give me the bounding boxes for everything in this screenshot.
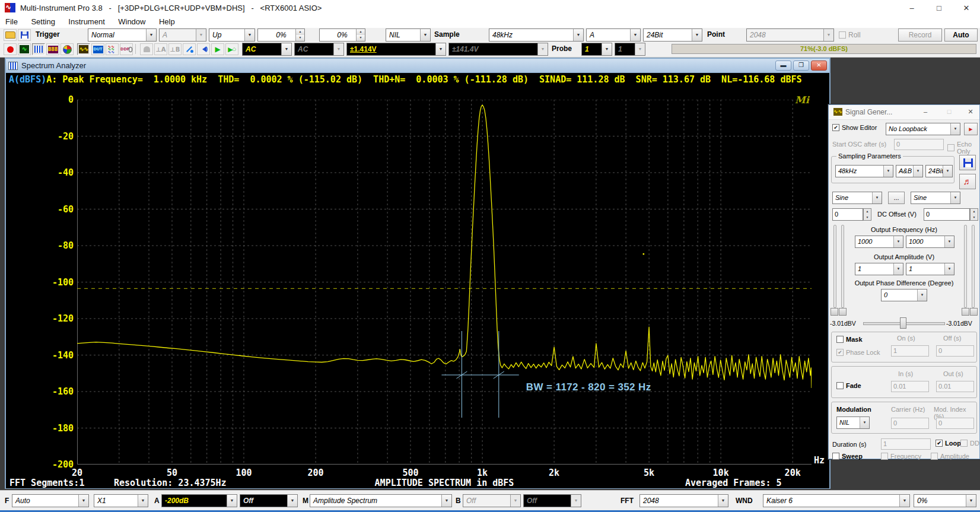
spinner-arrows-icon[interactable]: ▲▼ [295, 29, 304, 41]
auto-button[interactable]: Auto [944, 28, 978, 42]
frequency-a-select[interactable]: 1000▼ [855, 236, 903, 248]
spectrogram-icon[interactable] [61, 43, 74, 55]
close-button[interactable]: ✕ [953, 0, 980, 16]
waveform-b-select[interactable]: Sine▼ [911, 192, 960, 204]
menu-setting[interactable]: Setting [26, 16, 60, 27]
minimize-button[interactable]: – [898, 0, 925, 16]
amp-slider-b-handle[interactable] [970, 308, 978, 316]
spectrum-restore-button[interactable]: ❐ [793, 61, 809, 71]
siggen-minimize-button[interactable]: – [917, 105, 934, 119]
input-level-meter: 71%(-3.0 dBFS) [672, 44, 976, 54]
siggen-channels-select[interactable]: A&B▼ [896, 165, 923, 177]
menu-window[interactable]: Window [113, 16, 151, 27]
spectrum-analyzer-icon[interactable] [32, 43, 45, 55]
coupling-a-select[interactable]: AC▼ [242, 43, 292, 56]
trigger-edge-select[interactable]: Up▼ [209, 28, 255, 42]
hpf-select[interactable]: NIL▼ [386, 28, 431, 42]
bit-depth-select[interactable]: 24Bit▼ [643, 28, 702, 42]
multimeter-icon[interactable]: 888 [46, 43, 59, 55]
fft-size-select[interactable]: 2048▼ [639, 494, 728, 507]
siggen-rate-select[interactable]: 48kHz▼ [835, 165, 893, 177]
sound-output-icon[interactable]: ) [197, 43, 210, 55]
siggen-bits-select[interactable]: 24Bit▼ [925, 165, 953, 177]
freq-slider-b-track[interactable] [841, 225, 844, 308]
spectrum-window-titlebar[interactable]: Spectrum Analyzer ▬ ❐ ✕ [6, 59, 829, 73]
loop-checkbox[interactable]: ✔Loop [936, 440, 961, 447]
menu-file[interactable]: File [0, 16, 23, 27]
output-frequency-label: Output Frequency (Hz) [829, 226, 979, 233]
probe-a-select[interactable]: 1▼ [581, 43, 612, 56]
overlap-select[interactable]: 0%▼ [914, 494, 976, 507]
view-mode-select[interactable]: Amplitude Spectrum▼ [310, 494, 452, 507]
music-note-button[interactable]: ♬ [959, 174, 976, 189]
record-icon[interactable] [4, 43, 17, 55]
probe-calibration-icon[interactable] [183, 43, 196, 55]
open-file-icon[interactable] [4, 29, 17, 41]
amplitude-a-select[interactable]: 1▼ [855, 263, 903, 275]
dc-offset-a-spinner[interactable]: ▲▼ [863, 208, 871, 221]
modulation-type-select[interactable]: NIL▼ [836, 416, 870, 429]
chevron-down-icon: ▼ [573, 29, 583, 41]
output-phase-label: Output Phase Difference (Degree) [829, 279, 979, 287]
waveform-a-select[interactable]: Sine▼ [832, 192, 882, 204]
save-waveform-button[interactable] [959, 155, 976, 170]
save-icon[interactable] [18, 29, 31, 41]
y-tick-label: -60 [46, 204, 74, 215]
signal-generator-icon[interactable]: ∿∿ [77, 43, 90, 55]
trigger-level-spinner[interactable]: 0%▲▼ [257, 28, 305, 42]
freq-slider-a-track[interactable] [833, 225, 836, 308]
start-osc-input: 0 [894, 139, 944, 150]
fade-checkbox[interactable]: Fade [836, 382, 861, 389]
freq-slider-a-handle[interactable] [831, 308, 838, 316]
balance-slider-thumb[interactable] [900, 317, 906, 329]
amp-slider-b-track[interactable] [972, 225, 975, 308]
run-loop-icon[interactable]: ▶○ [225, 43, 238, 55]
show-editor-checkbox[interactable]: ✔Show Editor [832, 124, 877, 131]
chevron-down-icon: ▼ [227, 495, 237, 507]
mask-on-input: 1 [891, 345, 929, 357]
signal-generator-titlebar[interactable]: ∿∿ Signal Gener... – □ ✕ [829, 105, 979, 120]
run-icon[interactable]: ▶ [211, 43, 224, 55]
freq-slider-b-handle[interactable] [839, 308, 847, 316]
amplitude-b-select[interactable]: 1▼ [906, 263, 954, 275]
trigger-delay-spinner[interactable]: 0%▲▼ [319, 28, 365, 42]
spectrum-plot-area[interactable]: 0-20-40-60-80-100-120-140-160-180-200205… [6, 86, 829, 488]
maximize-button[interactable]: □ [925, 0, 953, 16]
signal-generator-title: Signal Gener... [845, 108, 892, 116]
duration-input: 1 [881, 438, 931, 450]
a-ref-select[interactable]: Off▼ [240, 494, 298, 507]
roll-checkbox: Roll [839, 31, 861, 39]
dc-offset-b-spinner[interactable]: ▲▼ [970, 208, 978, 221]
mask-checkbox[interactable]: Mask [836, 336, 863, 343]
phase-difference-select[interactable]: 0▼ [881, 289, 927, 301]
spinner-arrows-icon[interactable]: ▲▼ [356, 29, 365, 41]
oscilloscope-icon[interactable]: ∿ [18, 43, 31, 55]
sample-channel-select[interactable]: A▼ [586, 28, 641, 42]
frequency-b-select[interactable]: 1000▼ [906, 236, 954, 248]
trigger-mode-select[interactable]: Normal▼ [88, 28, 157, 42]
loopback-select[interactable]: No Loopback▼ [886, 123, 960, 135]
zoom-select[interactable]: X1▼ [94, 494, 148, 507]
ddp-viewer-icon[interactable]: DDP [120, 43, 133, 55]
siggen-play-button[interactable]: ► [964, 123, 978, 135]
spectrum-close-button[interactable]: ✕ [811, 61, 827, 71]
a-range-select[interactable]: -200dB▼ [161, 494, 237, 507]
sweep-checkbox[interactable]: Sweep [832, 453, 863, 460]
sample-rate-select[interactable]: 48kHz▼ [489, 28, 584, 42]
freq-axis-select[interactable]: Auto▼ [12, 494, 89, 507]
dc-offset-a-input[interactable]: 0 [832, 208, 863, 221]
derived-data-icon[interactable]: ∿∿∿∿∿∿ [106, 43, 119, 55]
range-a-select[interactable]: ±1.414V▼ [346, 43, 446, 56]
menu-instrument[interactable]: Instrument [63, 16, 110, 27]
spectrum-minimize-button[interactable]: ▬ [775, 61, 791, 71]
menu-help[interactable]: Help [154, 16, 180, 27]
chevron-down-icon: ▼ [950, 192, 960, 203]
amp-slider-a-handle[interactable] [962, 308, 969, 316]
fade-out-input: 0.01 [936, 381, 974, 392]
amp-slider-a-track[interactable] [964, 225, 967, 308]
dc-offset-b-input[interactable]: 0 [924, 208, 970, 221]
more-options-button[interactable]: ... [888, 192, 905, 204]
window-function-select[interactable]: Kaiser 6▼ [763, 494, 910, 507]
siggen-close-button[interactable]: ✕ [962, 105, 979, 119]
dut-icon[interactable]: DUT [91, 43, 104, 55]
